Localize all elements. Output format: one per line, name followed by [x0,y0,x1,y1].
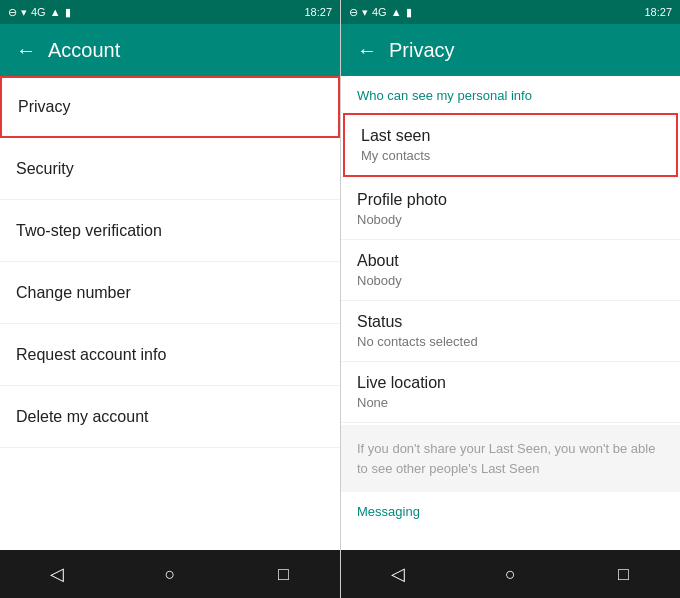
menu-item-request-info-label: Request account info [16,346,166,364]
menu-item-delete-account-label: Delete my account [16,408,149,426]
left-home-nav-button[interactable]: ○ [146,550,194,598]
left-status-icons: ⊖ ▾ 4G ▲ ▮ [8,6,71,19]
right-bottom-nav: ◁ ○ □ [341,550,680,598]
privacy-content: Who can see my personal info Last seen M… [341,76,680,550]
privacy-item-status-title: Status [357,313,664,331]
privacy-item-about[interactable]: About Nobody [341,240,680,301]
menu-item-privacy[interactable]: Privacy [0,76,340,138]
privacy-item-live-location[interactable]: Live location None [341,362,680,423]
left-battery-icon: ▮ [65,6,71,19]
menu-item-security[interactable]: Security [0,138,340,200]
menu-item-security-label: Security [16,160,74,178]
privacy-item-status[interactable]: Status No contacts selected [341,301,680,362]
privacy-item-about-subtitle: Nobody [357,273,664,288]
left-network-label: 4G [31,6,46,18]
privacy-item-last-seen-title: Last seen [361,127,660,145]
left-bottom-nav: ◁ ○ □ [0,550,340,598]
right-back-nav-button[interactable]: ◁ [374,550,422,598]
privacy-item-profile-photo-title: Profile photo [357,191,664,209]
left-phone-panel: ⊖ ▾ 4G ▲ ▮ 18:27 ← Account Privacy Secur… [0,0,340,598]
menu-item-change-number[interactable]: Change number [0,262,340,324]
right-back-button[interactable]: ← [357,39,377,62]
right-wifi-icon: ▾ [362,6,368,19]
left-dnd-icon: ⊖ [8,6,17,19]
menu-item-two-step[interactable]: Two-step verification [0,200,340,262]
right-home-nav-button[interactable]: ○ [487,550,535,598]
left-page-title: Account [48,39,120,62]
left-top-bar: ← Account [0,24,340,76]
right-recent-nav-button[interactable]: □ [600,550,648,598]
left-recent-nav-button[interactable]: □ [259,550,307,598]
left-time: 18:27 [304,6,332,18]
right-phone-panel: ⊖ ▾ 4G ▲ ▮ 18:27 ← Privacy Who can see m… [341,0,680,598]
left-status-bar: ⊖ ▾ 4G ▲ ▮ 18:27 [0,0,340,24]
privacy-item-about-title: About [357,252,664,270]
left-back-nav-button[interactable]: ◁ [33,550,81,598]
right-status-bar: ⊖ ▾ 4G ▲ ▮ 18:27 [341,0,680,24]
right-top-bar: ← Privacy [341,24,680,76]
privacy-item-live-location-title: Live location [357,374,664,392]
account-menu-list: Privacy Security Two-step verification C… [0,76,340,550]
menu-item-change-number-label: Change number [16,284,131,302]
privacy-item-status-subtitle: No contacts selected [357,334,664,349]
privacy-item-last-seen-subtitle: My contacts [361,148,660,163]
right-status-icons: ⊖ ▾ 4G ▲ ▮ [349,6,412,19]
personal-info-section-header: Who can see my personal info [341,76,680,111]
right-battery-icon: ▮ [406,6,412,19]
right-network-label: 4G [372,6,387,18]
right-dnd-icon: ⊖ [349,6,358,19]
left-signal-icon: ▲ [50,6,61,18]
last-seen-info-box: If you don't share your Last Seen, you w… [341,425,680,492]
right-signal-icon: ▲ [391,6,402,18]
menu-item-request-info[interactable]: Request account info [0,324,340,386]
right-time: 18:27 [644,6,672,18]
menu-item-delete-account[interactable]: Delete my account [0,386,340,448]
last-seen-info-text: If you don't share your Last Seen, you w… [357,441,655,476]
left-back-button[interactable]: ← [16,39,36,62]
privacy-item-profile-photo-subtitle: Nobody [357,212,664,227]
privacy-item-profile-photo[interactable]: Profile photo Nobody [341,179,680,240]
privacy-item-last-seen[interactable]: Last seen My contacts [343,113,678,177]
menu-item-two-step-label: Two-step verification [16,222,162,240]
right-page-title: Privacy [389,39,455,62]
menu-item-privacy-label: Privacy [18,98,70,116]
left-wifi-icon: ▾ [21,6,27,19]
privacy-item-live-location-subtitle: None [357,395,664,410]
messaging-section-header: Messaging [341,492,680,527]
